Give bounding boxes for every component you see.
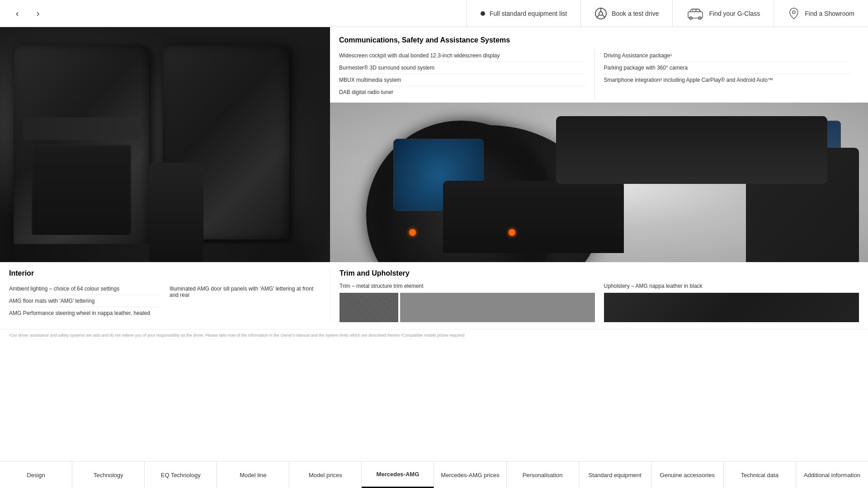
trim-swatches: Trim – metal structure trim element Upho… <box>340 283 859 322</box>
trim-swatch-light <box>400 293 595 322</box>
full-standard-label: Full standard equipment list <box>490 10 567 17</box>
interior-title: Interior <box>9 269 321 277</box>
tab-mercedes-amg-prices[interactable]: Mercedes-AMG prices <box>434 462 506 488</box>
test-drive-button[interactable]: Book a test drive <box>580 0 672 27</box>
steering-wheel-icon <box>594 7 607 20</box>
prev-button[interactable]: ‹ <box>9 5 25 22</box>
bottom-tabs: Design Technology EQ Technology Model li… <box>0 461 868 488</box>
info-item-1: Burmester® 3D surround sound system <box>339 62 585 74</box>
cockpit-image: ✦ <box>330 103 868 262</box>
tab-technical-data[interactable]: Technical data <box>724 462 796 488</box>
trim-label: Trim – metal structure trim element <box>340 283 595 289</box>
location-icon <box>788 7 800 20</box>
bottom-sections: Interior Ambient lighting – choice of 64… <box>0 262 868 329</box>
interior-col-left: Ambient lighting – choice of 64 colour s… <box>9 283 160 319</box>
svg-point-10 <box>793 11 795 14</box>
trim-col-left: Trim – metal structure trim element <box>340 283 595 322</box>
find-showroom-button[interactable]: Find a Showroom <box>774 0 868 27</box>
svg-point-1 <box>599 12 603 15</box>
svg-line-4 <box>603 14 605 17</box>
main-content: Communications, Safety and Assistance Sy… <box>0 27 868 452</box>
info-item-0: Widescreen cockpit with dual bonded 12.3… <box>339 50 585 62</box>
nav-arrows: ‹ › <box>0 5 55 22</box>
info-item-r0: Driving Assistance package¹ <box>604 50 850 62</box>
top-navigation: ‹ › Full standard equipment list Book a … <box>0 0 868 27</box>
trim-swatch-area <box>340 293 595 322</box>
trim-title: Trim and Upholstery <box>340 269 859 277</box>
tab-technology[interactable]: Technology <box>72 462 145 488</box>
tab-genuine-accessories[interactable]: Genuine accessories <box>651 462 724 488</box>
info-col-right: Driving Assistance package¹ Parking pack… <box>594 50 859 98</box>
interior-item-1: AMG floor mats with 'AMG' lettering <box>9 295 160 307</box>
upholstery-swatch <box>604 293 859 322</box>
info-columns: Widescreen cockpit with dual bonded 12.3… <box>339 50 859 98</box>
trim-swatch-metal <box>340 293 398 322</box>
find-gclass-button[interactable]: Find your G-Class <box>672 0 774 27</box>
interior-item-2: AMG Performance steering wheel in nappa … <box>9 307 160 319</box>
tab-personalisation[interactable]: Personalisation <box>507 462 579 488</box>
interior-item-0: Ambient lighting – choice of 64 colour s… <box>9 283 160 295</box>
find-showroom-label: Find a Showroom <box>805 10 854 17</box>
svg-line-3 <box>597 14 599 17</box>
info-item-r2: Smartphone integration² including Apple … <box>604 74 850 86</box>
car-icon <box>686 7 704 20</box>
tab-standard-equipment[interactable]: Standard equipment <box>579 462 651 488</box>
dot-icon <box>481 11 485 16</box>
upholstery-label: Upholstery – AMG nappa leather in black <box>604 283 859 289</box>
disclaimer-text: ¹Our driver assistance and safety system… <box>0 329 868 341</box>
full-standard-button[interactable]: Full standard equipment list <box>467 0 580 27</box>
tab-design[interactable]: Design <box>0 462 72 488</box>
tab-additional-info[interactable]: Additional information <box>796 462 868 488</box>
info-item-2: MBUX multimedia system <box>339 74 585 86</box>
images-row: Communications, Safety and Assistance Sy… <box>0 27 868 262</box>
nav-actions: Full standard equipment list Book a test… <box>467 0 868 27</box>
next-button[interactable]: › <box>30 5 46 22</box>
info-section: Communications, Safety and Assistance Sy… <box>330 27 868 103</box>
tab-mercedes-amg[interactable]: Mercedes-AMG <box>362 462 434 488</box>
info-item-3: DAB digital radio tuner <box>339 86 585 98</box>
find-gclass-label: Find your G-Class <box>709 10 760 17</box>
right-section: Communications, Safety and Assistance Sy… <box>330 27 868 262</box>
info-col-left: Widescreen cockpit with dual bonded 12.3… <box>339 50 594 98</box>
info-item-r1: Parking package with 360° camera <box>604 62 850 74</box>
test-drive-label: Book a test drive <box>612 10 659 17</box>
tab-model-prices[interactable]: Model prices <box>289 462 362 488</box>
interior-items: Ambient lighting – choice of 64 colour s… <box>9 283 321 319</box>
trim-col-right: Upholstery – AMG nappa leather in black <box>604 283 859 322</box>
cockpit-simulation: ✦ <box>330 103 868 262</box>
tab-eq-technology[interactable]: EQ Technology <box>145 462 217 488</box>
interior-col-right: Illuminated AMG door sill panels with 'A… <box>170 283 321 319</box>
interior-seats-image <box>0 27 330 262</box>
info-title: Communications, Safety and Assistance Sy… <box>339 36 859 44</box>
seats-bg <box>0 27 330 262</box>
interior-item-r0: Illuminated AMG door sill panels with 'A… <box>170 283 321 301</box>
trim-section: Trim and Upholstery Trim – metal structu… <box>330 269 868 322</box>
interior-section: Interior Ambient lighting – choice of 64… <box>0 269 330 322</box>
tab-model-line[interactable]: Model line <box>217 462 289 488</box>
